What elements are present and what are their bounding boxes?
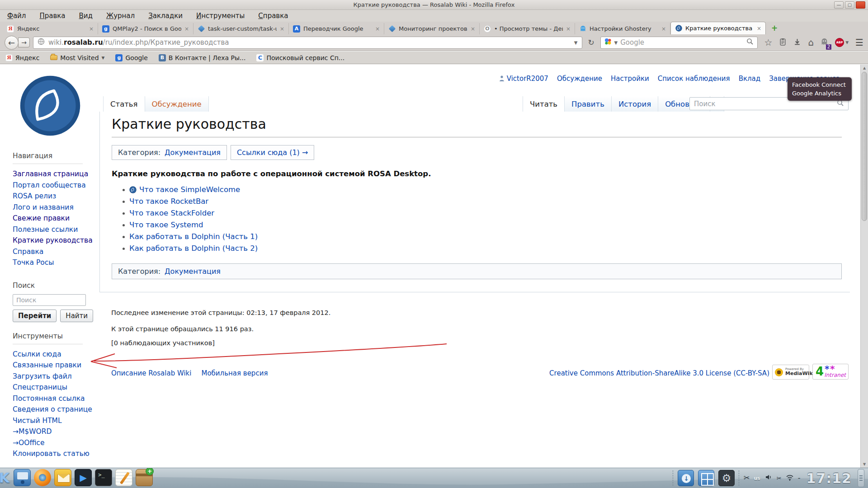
watchlist-link[interactable]: Список наблюдения (658, 75, 730, 83)
wifi-icon[interactable] (786, 474, 794, 483)
bookmark-vkontakte[interactable]: В В Контакте | Леха Ры... (159, 54, 246, 61)
user-page-link[interactable]: VictorR2007 (499, 75, 548, 83)
terminal-icon[interactable] (95, 469, 112, 486)
close-button[interactable] (856, 1, 865, 9)
bookmark-google[interactable]: g Google (115, 54, 147, 61)
sidebar-item-main-page[interactable]: Заглавная страница (13, 169, 97, 180)
browser-tab-translate[interactable]: A Переводчик Google × (289, 23, 384, 34)
article-link[interactable]: Как работать в Dolphin (Часть 2) (129, 243, 258, 254)
tool-msword[interactable]: →M$WORD (13, 426, 97, 437)
tool-special-pages[interactable]: Спецстраницы (13, 382, 97, 393)
tab-close-icon[interactable]: × (184, 26, 189, 32)
contributions-link[interactable]: Вклад (739, 75, 761, 83)
whatlinkshere-button[interactable]: Ссылки сюда (1) → (231, 145, 314, 160)
download-manager-tray-icon[interactable]: ↓ (678, 470, 694, 486)
downloads-icon[interactable] (793, 38, 801, 47)
browser-tab-ghostery[interactable]: Настройки Ghostery × (575, 23, 670, 34)
tab-edit[interactable]: Править (565, 96, 612, 112)
license-link[interactable]: Creative Commons Attribution-ShareAlike … (549, 369, 769, 377)
bookmarks-sidebar-icon[interactable] (779, 38, 787, 47)
tool-clean-html[interactable]: Чистый HTML (13, 415, 97, 427)
sidebar-item-logos[interactable]: Лого и названия (13, 202, 97, 213)
browser-tab-task[interactable]: task-user-custom/task-u... × (193, 23, 289, 34)
tool-permanent-link[interactable]: Постоянная ссылка (13, 393, 97, 404)
volume-icon[interactable] (764, 474, 773, 483)
menu-file[interactable]: Файл (7, 12, 26, 20)
clipboard-scissors-icon[interactable]: ✂ (777, 475, 782, 481)
preferences-link[interactable]: Настройки (611, 75, 649, 83)
sidebar-item-recent-changes[interactable]: Свежие правки (13, 213, 97, 224)
intranet-badge[interactable]: 4 * * Intranet (812, 364, 849, 380)
article-link[interactable]: Что такое SimpleWelcome (139, 184, 240, 196)
google-logo-icon[interactable] (604, 38, 612, 47)
sidebar-search-input[interactable] (13, 294, 86, 306)
file-manager-icon[interactable] (14, 469, 31, 486)
article-link[interactable]: Что такое RocketBar (129, 196, 208, 207)
tab-close-icon[interactable]: × (280, 26, 284, 32)
user-talk-link[interactable]: Обсуждение (557, 75, 602, 83)
tool-ooffice[interactable]: →OOffice (13, 437, 97, 449)
whatlinkshere-link[interactable]: Ссылки сюда (1) → (237, 148, 308, 157)
search-go-button[interactable]: Перейти (13, 310, 57, 322)
search-engine-bar[interactable]: ▼ (600, 37, 758, 49)
article-link[interactable]: Как работать в Dolphin (Часть 1) (129, 231, 258, 243)
adblock-dropdown-icon[interactable]: ▼ (845, 40, 849, 45)
scrollbar[interactable]: ▲ ▼ (860, 65, 868, 468)
article-link[interactable]: Что такое StackFolder (129, 207, 214, 219)
sidebar-item-rosa-release[interactable]: ROSA релиз (13, 191, 97, 202)
scrollbar-thumb[interactable] (862, 72, 867, 221)
menu-history[interactable]: Журнал (106, 12, 135, 20)
ghostery-icon[interactable]: 2 (821, 38, 828, 47)
klipper-scissors-icon[interactable]: ✂ (744, 474, 750, 482)
bookmark-sputnik[interactable]: C Поисковый сервис Сп... (256, 54, 344, 61)
wiki-search-input[interactable] (694, 100, 834, 108)
tab-close-icon[interactable]: × (661, 26, 666, 32)
search-magnifier-icon[interactable] (746, 38, 754, 47)
app-menu-hamburger-icon[interactable]: ☰ (855, 38, 863, 47)
sidebar-item-useful-links[interactable]: Полезные ссылки (13, 224, 97, 235)
sidebar-item-help[interactable]: Справка (13, 246, 97, 258)
scroll-up-icon[interactable]: ▲ (861, 66, 868, 70)
tab-close-icon[interactable]: × (89, 26, 94, 32)
browser-tab-yandex[interactable]: Я Яндекс × (3, 23, 98, 34)
tool-clone-article[interactable]: Клонировать статью (13, 448, 97, 460)
panel-toolbox-handle[interactable] (858, 469, 864, 487)
tool-related-changes[interactable]: Связанные правки (13, 360, 97, 371)
menu-bookmarks[interactable]: Закладки (148, 12, 183, 20)
browser-tab-active-wiki[interactable]: Краткие руководства ... × (670, 22, 766, 34)
bookmark-folder-most-visited[interactable]: Most Visited ▼ (50, 54, 104, 61)
keyboard-layout-indicator[interactable]: us (754, 475, 760, 481)
mediawiki-badge[interactable]: Powered By MediaWiki (772, 365, 809, 380)
app-launcher-menu[interactable]: K (0, 470, 9, 486)
browser-tab-monitoring[interactable]: Мониторинг проектов ... × (384, 23, 480, 34)
sidebar-item-tochka-rosy[interactable]: Точка Росы (13, 257, 97, 268)
firefox-icon[interactable] (34, 469, 51, 486)
tool-page-info[interactable]: Сведения о странице (13, 404, 97, 415)
menu-tools[interactable]: Инструменты (196, 12, 245, 20)
search-engine-dropdown-icon[interactable]: ▼ (614, 40, 618, 45)
tab-close-icon[interactable]: × (757, 25, 761, 32)
tab-close-icon[interactable]: × (471, 26, 475, 32)
site-identity-globe-icon[interactable] (38, 38, 45, 47)
search-find-button[interactable]: Найти (60, 310, 93, 322)
category-link[interactable]: Документация (165, 148, 221, 157)
scroll-down-icon[interactable]: ▼ (861, 462, 868, 466)
sidebar-item-quick-guides[interactable]: Краткие руководства (13, 235, 97, 246)
url-dropdown-icon[interactable]: ▼ (574, 40, 578, 45)
menu-help[interactable]: Справка (258, 12, 288, 20)
about-link[interactable]: Описание Rosalab Wiki (111, 369, 191, 377)
tab-discussion[interactable]: Обсуждение (145, 96, 209, 112)
sidebar-item-community-portal[interactable]: Портал сообщества (13, 180, 97, 191)
desktop-pager-tray-icon[interactable] (698, 470, 714, 486)
menu-edit[interactable]: Правка (39, 12, 65, 20)
tool-whatlinkshere[interactable]: Ссылки сюда (13, 349, 97, 360)
digital-clock[interactable]: 17:12 (807, 470, 852, 486)
back-button[interactable]: ← (5, 36, 19, 50)
tool-upload-file[interactable]: Загрузить файл (13, 371, 97, 382)
package-manager-icon[interactable] (136, 469, 153, 486)
bookmark-yandex[interactable]: Я Яндекс (5, 54, 39, 61)
maximize-button[interactable]: ▢ (845, 1, 854, 9)
new-tab-button[interactable]: + (768, 23, 781, 33)
menu-view[interactable]: Вид (79, 12, 93, 20)
browser-tab-qmplay[interactable]: g QMPlay2 - Поиск в Goo... × (98, 23, 193, 34)
